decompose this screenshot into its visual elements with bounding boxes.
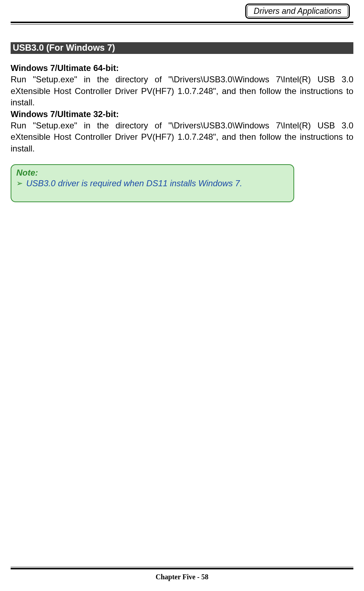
section-heading: USB3.0 (For Windows 7) [11,42,353,54]
paragraph-64bit: Run "Setup.exe" in the directory of "\Dr… [11,74,353,108]
note-item-text: USB3.0 driver is required when DS11 inst… [26,178,242,188]
page-header: Drivers and Applications [0,0,364,19]
content-area: USB3.0 (For Windows 7) Windows 7/Ultimat… [0,24,364,202]
header-badge-text: Drivers and Applications [247,5,348,17]
arrow-icon: ➢ [16,178,23,189]
bottom-rule-thin [11,567,353,567]
note-item: ➢ USB3.0 driver is required when DS11 in… [16,178,289,189]
note-box: Note: ➢ USB3.0 driver is required when D… [11,164,294,202]
subheading-32bit: Windows 7/Ultimate 32-bit: [11,109,353,120]
top-horizontal-rule [11,22,353,24]
footer-text: Chapter Five - 58 [0,573,364,581]
bottom-horizontal-rules [11,567,353,569]
body-text: Windows 7/Ultimate 64-bit: Run "Setup.ex… [11,62,353,154]
bottom-rule-thick [11,568,353,569]
subheading-64bit: Windows 7/Ultimate 64-bit: [11,62,353,74]
note-title: Note: [16,168,289,178]
paragraph-32bit: Run "Setup.exe" in the directory of "\Dr… [11,120,353,154]
header-badge: Drivers and Applications [245,4,350,19]
page-footer: Chapter Five - 58 [0,567,364,581]
